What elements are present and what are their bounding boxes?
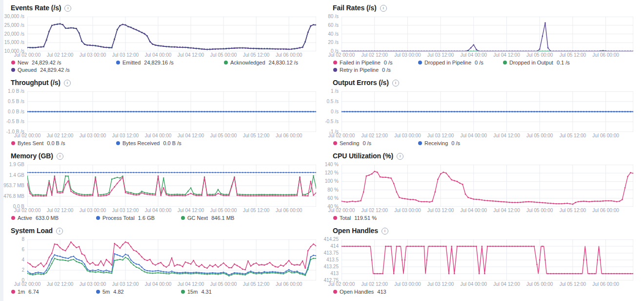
info-icon[interactable]: i [57,153,63,160]
legend-item: Active633.0 MB [11,215,96,221]
y-axis-tick: -0.5 B /s [6,119,24,124]
x-axis-tick: Jul 03 00:00 [80,133,106,138]
chart-plot-area[interactable] [27,17,316,51]
x-axis-tick: Jul 05 12:00 [243,53,270,58]
x-axis: Jul 02 00:00Jul 02 12:00Jul 03 00:00Jul … [27,132,316,138]
chart-plot-area[interactable] [342,17,633,51]
info-icon[interactable]: i [380,5,387,12]
legend-label: GC Next [187,215,208,221]
x-axis-tick: Jul 05 12:00 [560,282,586,287]
chart-canvas[interactable] [27,17,316,51]
x-axis-tick: Jul 05 00:00 [526,53,553,58]
x-axis-tick: Jul 02 00:00 [14,133,41,138]
legend-value: 24,829.42 /s [40,67,70,73]
x-axis-tick: Jul 04 00:00 [461,208,487,213]
legend-label: Dropped in Pipeline [424,60,471,65]
chart-plot-area[interactable] [342,239,633,280]
chart-canvas[interactable] [27,239,316,280]
x-axis-tick: Jul 06 00:00 [592,53,619,58]
x-axis-tick: Jul 03 12:00 [427,282,454,287]
y-axis-tick: 0.5 B /s [8,99,24,104]
info-icon[interactable]: i [64,80,71,86]
x-axis-tick: Jul 05 00:00 [526,208,553,213]
legend-color-dot [503,61,507,64]
legend-label: Bytes Received [122,140,160,146]
x-axis-tick: Jul 04 00:00 [461,282,487,287]
chart-plot-area[interactable] [27,91,316,132]
chart-body: 1.0 B /s0.5 B /s0.0 B /s-0.5 B /s-1.0 B … [11,91,316,132]
chart-body: 30,000 /s25,000 /s20,000 /s15,000 /s10,0… [11,17,316,51]
chart-header: Open Handles i [333,226,633,236]
x-axis-tick: Jul 05 00:00 [210,53,237,58]
chart-plot-area[interactable] [342,91,633,132]
x-axis-tick: Jul 02 12:00 [47,208,74,213]
chart-plot-area[interactable] [27,165,316,207]
monitoring-advanced-page: Events Rate (/s) i 30,000 /s25,000 /s20,… [3,0,644,301]
chart-canvas[interactable] [342,17,633,51]
chart-title: Throughput (/s) [11,79,60,86]
y-axis-tick: 413 [330,271,339,276]
y-axis-tick: 120 % [325,171,339,175]
chart-module: System Load i 86420 Jul 02 00:00Jul 02 1… [11,226,316,295]
x-axis-tick: Jul 02 12:00 [361,53,388,58]
chart-module: Throughput (/s) i 1.0 B /s0.5 B /s0.0 B … [11,78,316,146]
y-axis-tick: 80 /s [328,14,339,19]
chart-legend: Total119.51 % [333,215,633,221]
x-axis-tick: Jul 03 00:00 [394,53,421,58]
y-axis-tick: 0.0 B /s [8,109,24,114]
legend-color-dot [181,290,185,294]
chart-path [342,172,633,204]
info-icon[interactable]: i [56,228,63,235]
chart-plot-area[interactable] [342,165,633,207]
chart-canvas[interactable] [342,239,633,280]
x-axis-tick: Jul 06 00:00 [592,282,619,287]
y-axis: 1.0 B /s0.5 B /s0.0 B /s-0.5 B /s-1.0 B … [11,91,27,132]
x-axis-tick: Jul 03 00:00 [394,133,421,138]
chart-header: Fail Rates (/s) i [333,3,633,13]
info-icon[interactable]: i [397,153,403,160]
x-axis: Jul 02 00:00Jul 02 12:00Jul 03 00:00Jul … [342,132,633,138]
legend-value: 1.6 GB [138,215,155,221]
chart-legend: Bytes Sent0.0 B /sBytes Received0.0 B /s [11,140,316,146]
y-axis-tick: 414 [330,244,339,249]
chart-body: 80 /s60 /s40 /s20 /s0 /s [333,17,633,51]
chart-canvas[interactable] [27,165,316,207]
legend-item: Sending0 /s [333,140,418,146]
legend-value: 4.82 [113,289,123,295]
y-axis-tick: 4 [21,258,24,262]
y-axis-tick: -0.5 /s [325,119,339,124]
x-axis: Jul 02 00:00Jul 02 12:00Jul 03 00:00Jul … [27,207,316,213]
chart-canvas[interactable] [342,91,633,132]
x-axis-tick: Jul 02 12:00 [47,133,74,138]
x-axis-tick: Jul 02 00:00 [328,133,355,138]
chart-title: System Load [11,227,53,235]
x-axis-tick: Jul 05 00:00 [210,208,237,213]
legend-value: 0.0 B /s [47,140,65,146]
info-icon[interactable]: i [382,228,388,235]
legend-item: Dropped in Output0.1 /s [503,60,633,65]
x-axis-tick: Jul 02 00:00 [328,53,355,58]
y-axis-tick: 20,000 /s [4,32,24,37]
legend-item: Process Total1.6 GB [96,215,181,221]
info-icon[interactable]: i [64,5,71,12]
y-axis-tick: 414.25 [323,237,339,242]
y-axis: 414.25414413.75413.5413.25413412.75 [333,239,342,280]
x-axis-tick: Jul 04 12:00 [493,53,520,58]
legend-item: 5m4.82 [96,289,181,295]
legend-color-dot [181,216,185,220]
chart-header: Throughput (/s) i [11,78,316,87]
y-axis: 1.9 GB1.4 GB953.7 MB476.8 MB0.0 B [11,165,27,207]
legend-value: 24,830.12 /s [269,60,299,65]
legend-label: Retry in Pipeline [340,67,379,73]
chart-canvas[interactable] [27,91,316,132]
y-axis-tick: 413.5 [326,258,339,262]
chart-canvas[interactable] [342,165,633,207]
chart-legend: Open Handles413 [333,289,633,295]
legend-item: Total119.51 % [333,215,418,221]
legend-item: Retry in Pipeline0 /s [333,67,418,73]
x-axis-tick: Jul 02 00:00 [14,208,41,213]
legend-value: 0 /s [384,60,393,65]
legend-label: Receiving [424,140,448,146]
chart-plot-area[interactable] [27,239,316,280]
info-icon[interactable]: i [392,80,399,86]
